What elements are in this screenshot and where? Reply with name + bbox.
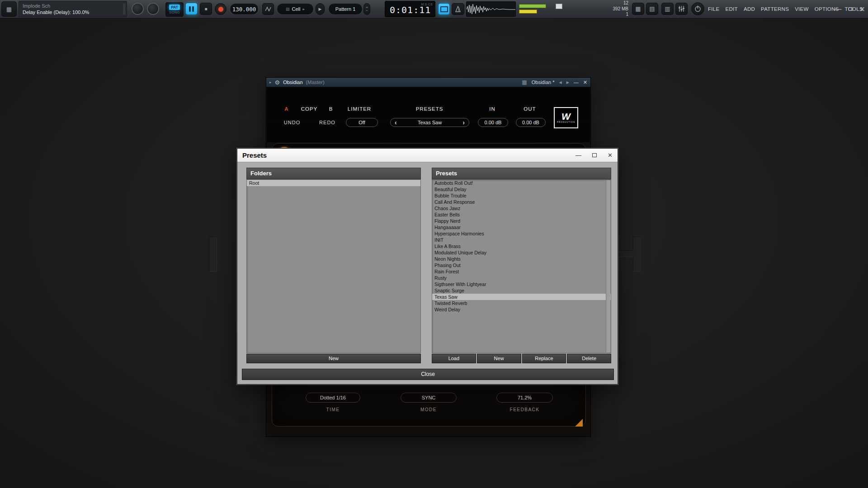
touch-controller-button[interactable] [438,3,450,15]
preset-item[interactable]: Bubble Trouble [432,192,611,199]
copy-button[interactable]: COPY [299,106,319,112]
output-gain-field[interactable]: 0.00 dB [516,118,546,127]
channel-rack-icon: ▦ [6,6,12,13]
preset-item[interactable]: Chaos Jawz [432,205,611,211]
gear-icon[interactable]: ⚙ [275,79,280,86]
channel-rack-button[interactable]: ▦ [1,1,17,17]
delay-mode-control[interactable]: SYNC [401,393,457,403]
preset-item[interactable]: Sigthseer With Lightyear [432,281,611,287]
presets-list[interactable]: Autobots Roll Out!Beautiful DelayBubble … [432,179,611,353]
tempo-display[interactable]: 130.000 [230,3,259,15]
pause-button[interactable] [185,3,198,15]
preset-selector[interactable]: ‹ Texas Saw › [390,118,469,127]
preset-item[interactable]: Hangaaaaar [432,224,611,230]
power-icon [694,5,701,12]
preset-item[interactable]: Texas Saw [432,294,611,300]
menu-bar: FILEEDITADDPATTERNSVIEWOPTIONSTOOLSHELP [708,0,868,18]
preset-next-chevron-icon[interactable]: › [462,119,465,126]
preset-prev-icon[interactable]: ◀ [559,80,561,84]
cell-arrow-icon: ▸ [302,7,305,11]
load-preset-button[interactable]: Load [432,354,476,363]
preset-next-icon[interactable]: ▶ [566,80,569,84]
zigzag-icon [265,6,271,12]
folders-list[interactable]: Root [246,179,421,353]
plugin-resize-handle[interactable] [575,419,583,427]
step-sequencer-button[interactable]: ▤ [646,3,658,15]
detach-grid-icon[interactable]: ▦ [522,79,527,85]
metronome-button[interactable] [452,3,464,15]
preset-item[interactable]: Twisted Reverb [432,300,611,306]
plugin-minimize-icon[interactable]: — [574,80,579,85]
preset-item[interactable]: Weird Delay [432,306,611,313]
cell-play-button[interactable]: ▶ [316,3,325,15]
pattern-selector[interactable]: Pattern 1 [328,3,363,15]
preset-item[interactable]: INIT [432,237,611,243]
preset-item[interactable]: Modulated Unique Delay [432,249,611,256]
menu-edit[interactable]: EDIT [726,6,738,12]
playlist-button[interactable]: ▦ [632,3,644,15]
delete-preset-button[interactable]: Delete [567,354,611,363]
menu-add[interactable]: ADD [744,6,755,12]
preset-item[interactable]: Beautiful Delay [432,186,611,192]
limiter-toggle[interactable]: Off [346,118,378,127]
menu-file[interactable]: FILE [708,6,720,12]
preset-item[interactable]: Like A Brass [432,243,611,249]
preset-item[interactable]: Easter Bells [432,211,611,218]
sync-power-button[interactable] [691,2,704,15]
in-label: IN [485,106,500,112]
pattern-minus-icon[interactable]: − [366,9,368,12]
preset-item[interactable]: Hyperspace Harmonies [432,230,611,237]
cpu-value: 12 [588,0,628,6]
preset-prev-chevron-icon[interactable]: ‹ [395,119,397,126]
preset-item[interactable]: Phasing Out [432,262,611,268]
preset-item[interactable]: Flappy Nerd [432,218,611,224]
menu-options[interactable]: OPTIONS [815,6,839,12]
menu-tools[interactable]: TOOLS [845,6,863,12]
redo-button[interactable]: REDO [316,119,339,126]
preset-item[interactable]: Autobots Roll Out! [432,180,611,186]
plugin-titlebar[interactable]: ▸ ⚙ Obsidian (Master) ▦ Obsidian * ◀ ▶ —… [266,78,590,87]
dialog-close-icon[interactable]: ✕ [608,152,613,159]
volume-knob[interactable] [147,3,159,15]
preset-item[interactable]: Snaptic Surge [432,287,611,294]
plugin-close-icon[interactable]: ✕ [583,80,587,85]
record-button[interactable] [215,3,226,15]
close-button[interactable]: Close [242,369,614,380]
pattern-plus-minus[interactable]: + − [363,3,370,15]
dialog-titlebar[interactable]: Presets — ✕ [237,149,618,162]
plugin-preset-display[interactable]: Obsidian * [532,80,555,85]
time-display[interactable]: 0:01:11 M:S:CS [385,1,435,17]
preset-item[interactable]: Rusty [432,275,611,281]
new-preset-button[interactable]: New [477,354,521,363]
feedback-control[interactable]: 71.2% [496,393,553,403]
shuffle-knob[interactable] [132,3,144,15]
pat-song-switch[interactable]: PAT SONG [165,2,184,17]
dialog-maximize-icon[interactable] [592,153,597,157]
playlist-icon: ▦ [635,5,641,12]
piano-roll-button[interactable]: ▥ [661,3,674,15]
wait-input-button[interactable] [262,3,274,15]
input-gain-field[interactable]: 0.00 dB [478,118,508,127]
collapse-arrow-icon[interactable]: ▸ [269,80,272,84]
stop-icon: ■ [204,6,207,11]
ab-slot-a-button[interactable]: A [281,106,292,112]
mixer-button[interactable] [675,3,688,15]
ab-slot-b-button[interactable]: B [325,106,337,112]
preset-item[interactable]: Rain Forest [432,268,611,275]
replace-preset-button[interactable]: Replace [522,354,566,363]
presets-scrollbar[interactable] [606,180,610,352]
folder-item[interactable]: Root [247,180,420,186]
hint-line1: Implode Sch [23,3,123,9]
pat-mode-label[interactable]: PAT [169,5,180,10]
cell-selector[interactable]: ▤ Cell ▸ [277,3,314,15]
menu-view[interactable]: VIEW [795,6,809,12]
delay-time-control[interactable]: Dotted 1/16 [306,393,360,403]
preset-item[interactable]: Neon Nights [432,256,611,262]
preset-item[interactable]: Call And Response [432,199,611,205]
dialog-minimize-icon[interactable]: — [576,152,581,159]
undo-button[interactable]: UNDO [281,119,303,126]
stop-button[interactable]: ■ [200,3,212,15]
folder-new-button[interactable]: New [246,354,421,363]
menu-patterns[interactable]: PATTERNS [761,6,789,12]
song-mode-label[interactable]: SONG [169,10,180,14]
